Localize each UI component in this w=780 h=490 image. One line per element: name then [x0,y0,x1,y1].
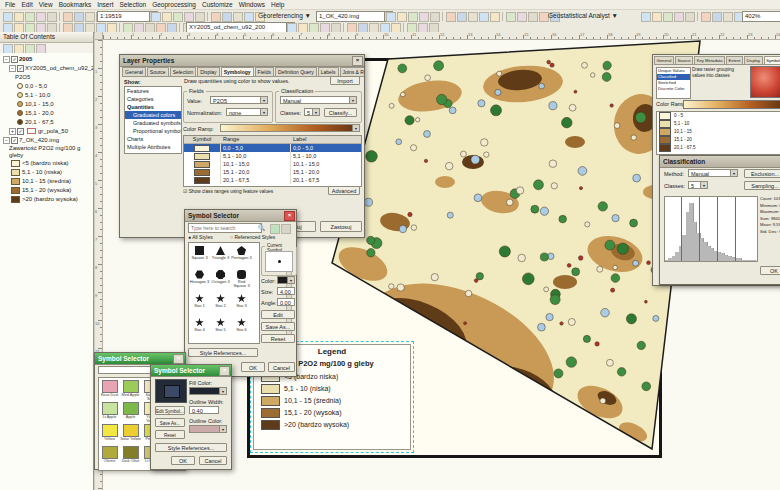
menu-help[interactable]: Help [268,0,287,10]
georeferencing-menu[interactable]: Georeferencing ▼ [258,10,311,21]
label-cell[interactable]: 0,0 - 5,0 [291,144,361,152]
show-list[interactable]: FeaturesCategoriesQuantitiesGraduated co… [124,86,182,154]
label-cell[interactable]: 10,1 - 15,0 [291,160,361,168]
apply-button[interactable]: Zastosuj [320,221,362,232]
menu-insert[interactable]: Insert [94,0,116,10]
toolbar-icon[interactable] [506,12,516,22]
range-cell[interactable]: 5,1 - 10,0 [221,152,291,160]
symbol-cell[interactable]: Pentagon 3 [231,243,252,267]
toolbar-icon[interactable] [517,12,527,22]
toolbar-icon[interactable] [85,12,95,22]
class-symbol[interactable] [194,161,210,168]
class-symbol[interactable] [194,145,210,152]
toolbar-icon[interactable] [701,12,711,22]
outline-width-stepper[interactable]: 0,40 [189,406,219,414]
close-icon[interactable]: × [352,56,363,66]
symbol-selector-titlebar[interactable]: Symbol Selector× [185,210,296,222]
exclusion-button[interactable]: Exclusion... [744,169,780,178]
toc-item[interactable]: <5 (bardzo niska) [0,159,93,168]
ok-button[interactable]: OK [241,362,265,372]
color-swatch[interactable] [123,380,139,393]
expander-icon[interactable]: − [3,137,10,144]
forward-arrow-icon[interactable] [270,224,280,234]
palette-cell[interactable]: Lt Apple [99,400,120,422]
classification-titlebar[interactable]: Classification× [660,156,780,168]
expander-icon[interactable]: − [9,65,16,72]
range-cell[interactable]: 20,1 - 67,5 [221,176,291,184]
toolbar-icon[interactable] [222,12,232,22]
show-item[interactable]: Categories [125,95,181,103]
layer-checkbox[interactable]: ✓ [17,65,24,72]
class-break-line[interactable] [717,197,718,261]
layer-checkbox[interactable]: ✓ [11,56,18,63]
color-swatch[interactable] [102,446,118,459]
view-options-icon[interactable] [281,224,291,234]
raster-tab[interactable]: Display [744,56,763,64]
label-cell[interactable]: 5,1 - 10,0 [291,152,361,160]
ok-button[interactable]: OK [171,456,195,465]
fill-color-picker[interactable]: ▼ [189,387,227,395]
toolbar-icon[interactable] [430,12,440,22]
class-symbol[interactable] [194,169,210,176]
show-item[interactable]: Features [125,87,181,95]
classification-histogram[interactable] [664,196,758,262]
tab-joins-relates[interactable]: Joins & Relates [340,67,364,76]
raster-tab[interactable]: General [654,56,674,64]
toolbar-icon[interactable] [419,12,429,22]
toolbar-icon[interactable] [47,12,57,22]
normalization-combo[interactable]: none▼ [226,108,268,116]
menu-geoprocessing[interactable]: Geoprocessing [149,0,199,10]
color-ramp-combo[interactable]: ▼ [220,124,360,132]
expander-icon[interactable]: − [3,56,10,63]
reset-button[interactable]: Reset [261,334,295,343]
save-as-button[interactable]: Save As... [261,322,295,331]
raster-class-row[interactable]: 10,1 - 15 [657,128,780,136]
close-icon[interactable]: × [284,211,295,221]
toolbar-icon[interactable] [3,12,13,22]
symbol-cell[interactable]: Star 2 [210,291,231,315]
search-input[interactable] [188,223,262,233]
style-references-button[interactable]: Style References... [188,348,258,357]
toc-item[interactable]: 15,1 - 20 (wysoka) [0,186,93,195]
symbol-cell[interactable]: Star 3 [231,291,252,315]
toc-item[interactable]: 5,1 - 10 (niska) [0,168,93,177]
method-combo[interactable]: Manual▼ [280,96,357,104]
toc-item[interactable]: +✓gr_pola_50 [0,127,93,136]
toolbar-icon[interactable] [36,12,46,22]
symbol-cell[interactable]: Triangle 3 [210,243,231,267]
menu-windows[interactable]: Windows [236,0,268,10]
class-row[interactable]: 5,1 - 10,05,1 - 10,0 [184,152,361,160]
label-cell[interactable]: 15,1 - 20,0 [291,168,361,176]
toolbar-icon[interactable] [479,12,489,22]
symbol-cell[interactable]: Hexagon 3 [189,267,210,291]
close-icon[interactable]: × [173,354,184,364]
menu-edit[interactable]: Edit [18,0,35,10]
symbol-cell[interactable]: Star 5 [210,315,231,339]
toolbar-icon[interactable] [490,12,500,22]
color-swatch[interactable] [123,446,139,459]
layer-properties-titlebar[interactable]: Layer Properties× [120,55,364,67]
color-picker[interactable]: ▼ [277,276,295,284]
toolbar-icon[interactable] [211,12,221,22]
value-combo[interactable]: P2O5▼ [210,96,268,104]
toolbar-icon[interactable] [468,12,478,22]
class-break-line[interactable] [735,197,736,261]
toolbar-icon[interactable] [386,12,396,22]
classes-combo[interactable]: 5▼ [304,108,320,116]
layer-checkbox[interactable]: ✓ [17,128,24,135]
cancel-button[interactable]: Cancel [199,456,227,465]
menu-selection[interactable]: Selection [116,0,149,10]
toolbar-icon[interactable] [408,12,418,22]
color-swatch[interactable] [123,402,139,415]
style-references-button[interactable]: Style References... [155,443,227,452]
class-row[interactable]: 20,1 - 67,520,1 - 67,5 [184,176,361,184]
class-row[interactable]: 15,1 - 20,015,1 - 20,0 [184,168,361,176]
menu-view[interactable]: View [36,0,56,10]
show-item[interactable]: Charts [125,135,181,143]
toolbar-icon[interactable] [173,12,183,22]
show-item[interactable]: Quantities [125,103,181,111]
toolbar-icon[interactable] [712,12,722,22]
toc-title[interactable]: Table Of Contents [0,32,93,43]
toc-item[interactable]: 0,0 - 5,0 [0,82,93,91]
color-swatch[interactable] [102,424,118,437]
